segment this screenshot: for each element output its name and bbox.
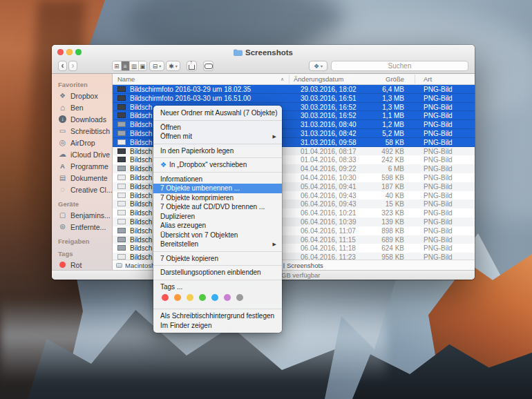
- file-kind: PNG-Bild: [424, 139, 453, 146]
- search-input[interactable]: [331, 61, 468, 71]
- titlebar[interactable]: Screenshots: [52, 45, 475, 59]
- sidebar-item-downloads[interactable]: Downloads: [58, 113, 112, 125]
- menu-item-darstellungsoptionen-einblenden[interactable]: Darstellungsoptionen einblenden: [153, 268, 282, 278]
- menu-item-7-objekte-auf-cd-dvd-brennen[interactable]: 7 Objekte auf CD/DVD brennen ...: [153, 202, 282, 212]
- column-divider[interactable]: [415, 75, 415, 84]
- file-thumbnail-icon: [117, 157, 126, 162]
- menu-item-ffnen-mit[interactable]: Öffnen mit▶: [153, 132, 282, 142]
- table-row[interactable]: Bildschirmfoto 2016-03-30 um 16.51.0030.…: [113, 94, 475, 103]
- coverflow-view-button[interactable]: ▣: [139, 61, 147, 70]
- menu-item-label: Öffnen mit: [160, 133, 192, 140]
- cloud-icon: [58, 150, 67, 158]
- zoom-button[interactable]: [75, 49, 82, 55]
- file-name: Bildschirmfoto 2016-03-29 um 18.02.35: [130, 86, 251, 93]
- tag-color-dot[interactable]: [187, 294, 193, 301]
- column-header-date[interactable]: Änderungsdatum: [294, 75, 343, 83]
- column-header-size[interactable]: Größe: [386, 75, 404, 83]
- tag-icon: [59, 262, 66, 268]
- menu-item-als-schreibtischhintergrund-festlegen[interactable]: Als Schreibtischhintergrund festlegen: [153, 311, 282, 321]
- share-button[interactable]: [187, 61, 197, 71]
- tag-color-dot[interactable]: [236, 294, 243, 301]
- file-kind: PNG-Bild: [424, 183, 453, 191]
- menu-item-bersicht-von-7-objekten[interactable]: Übersicht von 7 Objekten: [153, 231, 282, 240]
- menu-item-ffnen[interactable]: Öffnen: [153, 123, 282, 133]
- sidebar-section-title: Tags: [58, 250, 112, 257]
- file-thumbnail-icon: [117, 130, 126, 136]
- file-size: 1,3 MB: [382, 95, 404, 102]
- list-view-button[interactable]: ≡: [122, 61, 131, 70]
- menu-item-tags[interactable]: Tags ...: [153, 282, 282, 292]
- back-button[interactable]: ‹: [58, 61, 67, 71]
- file-date: 06.04.2016, 11:23: [301, 253, 356, 260]
- sidebar-item-ben[interactable]: Ben: [58, 101, 112, 113]
- sidebar-item-schreibtisch[interactable]: Schreibtisch: [58, 125, 112, 137]
- sidebar-item-rot[interactable]: Rot: [58, 259, 112, 270]
- tag-color-dot[interactable]: [174, 294, 181, 301]
- desktop: Screenshots ‹ › ⊞ ≡ ▥ ▣ ⊟▾ ✱▾: [0, 0, 532, 399]
- menu-item-7-objekte-umbenennen[interactable]: 7 Objekte umbenennen ...: [153, 184, 282, 193]
- sidebar-item-dokumente[interactable]: Dokumente: [58, 172, 112, 184]
- table-row[interactable]: Bildschirmfoto 2016-03-29 um 18.02.3529.…: [113, 85, 475, 94]
- menu-item-neuer-ordner-mit-auswahl-7-objekte[interactable]: Neuer Ordner mit Auswahl (7 Objekte): [153, 108, 282, 118]
- menu-item-alias-erzeugen[interactable]: Alias erzeugen: [153, 221, 282, 231]
- column-header-name[interactable]: Name: [117, 75, 135, 83]
- file-name: Bildschirmfoto 2016-03-30 um 16.51.00: [130, 95, 251, 102]
- menu-item-7-objekte-komprimieren[interactable]: 7 Objekte komprimieren: [153, 193, 282, 203]
- path-crumb-disk[interactable]: Macintosh: [116, 262, 155, 269]
- file-name: Bildsch: [130, 165, 152, 173]
- file-size: 1,2 MB: [382, 121, 404, 128]
- minimize-button[interactable]: [66, 49, 73, 55]
- arrange-button[interactable]: ⊟▾: [149, 61, 164, 71]
- file-size: 40 KB: [386, 192, 404, 200]
- menu-separator: [153, 120, 282, 121]
- file-name: Bildsch: [130, 104, 152, 111]
- file-kind: PNG-Bild: [424, 192, 453, 200]
- column-view-button[interactable]: ▥: [130, 61, 139, 70]
- sidebar-item-label: Programme: [70, 162, 108, 171]
- column-divider[interactable]: [289, 75, 289, 84]
- file-size: 1,1 MB: [382, 112, 404, 119]
- menu-item-bereitstellen[interactable]: Bereitstellen▶: [153, 240, 282, 249]
- menu-item-label: Übersicht von 7 Objekten: [160, 231, 238, 239]
- menu-item-im-finder-zeigen[interactable]: Im Finder zeigen: [153, 321, 282, 331]
- forward-button[interactable]: ›: [68, 61, 77, 71]
- icon-view-button[interactable]: ⊞: [113, 61, 122, 70]
- traffic-lights: [57, 49, 82, 55]
- sidebar-item-dropbox[interactable]: Dropbox: [58, 90, 112, 101]
- menu-item-informationen[interactable]: Informationen: [153, 175, 282, 184]
- context-menu: Neuer Ordner mit Auswahl (7 Objekte)Öffn…: [153, 106, 282, 333]
- file-name: Bildsch: [130, 112, 152, 119]
- file-size: 492 KB: [381, 148, 404, 155]
- file-size: 58 KB: [386, 139, 404, 146]
- tag-color-dot[interactable]: [211, 294, 218, 301]
- sidebar-item-benjamins[interactable]: Benjamins...: [58, 209, 112, 221]
- tags-button[interactable]: [203, 61, 213, 71]
- sidebar-item-label: Schreibtisch: [70, 127, 110, 135]
- file-name: Bildsch: [130, 236, 152, 244]
- dropbox-toolbar-button[interactable]: ❖▾: [309, 61, 327, 71]
- chevron-down-icon: ▾: [321, 64, 323, 68]
- menu-item-in-dropbox-verschieben[interactable]: ❖In „Dropbox“ verschieben: [153, 160, 282, 170]
- downloads-icon: [59, 115, 66, 123]
- tag-color-dot[interactable]: [199, 294, 206, 301]
- sidebar-item-creative-cl[interactable]: Creative Cl...: [58, 184, 112, 195]
- file-size: 15 KB: [386, 200, 404, 208]
- menu-tag-colors: [153, 291, 282, 303]
- sidebar-item-entfernte[interactable]: Entfernte...: [58, 221, 112, 233]
- sidebar-item-icloud-drive[interactable]: iCloud Drive: [58, 148, 112, 160]
- menu-item-duplizieren[interactable]: Duplizieren: [153, 212, 282, 222]
- tag-color-dot[interactable]: [162, 294, 169, 301]
- sidebar-item-label: Ben: [70, 104, 84, 112]
- column-header-kind[interactable]: Art: [424, 75, 432, 83]
- sidebar-item-programme[interactable]: Programme: [58, 160, 112, 172]
- action-menu-button[interactable]: ✱▾: [166, 61, 180, 71]
- menu-item-in-den-papierkorb-legen[interactable]: In den Papierkorb legen: [153, 146, 282, 156]
- file-name: Bildsch: [130, 218, 152, 226]
- close-button[interactable]: [57, 49, 64, 55]
- path-crumb-folder[interactable]: Screenshots: [283, 262, 323, 269]
- menu-item-7-objekte-kopieren[interactable]: 7 Objekte kopieren: [153, 254, 282, 264]
- tag-color-dot[interactable]: [224, 294, 231, 301]
- sidebar-item-label: Benjamins...: [70, 211, 111, 220]
- menu-item-label: 7 Objekte komprimieren: [160, 194, 234, 202]
- sidebar-item-airdrop[interactable]: AirDrop: [58, 137, 112, 148]
